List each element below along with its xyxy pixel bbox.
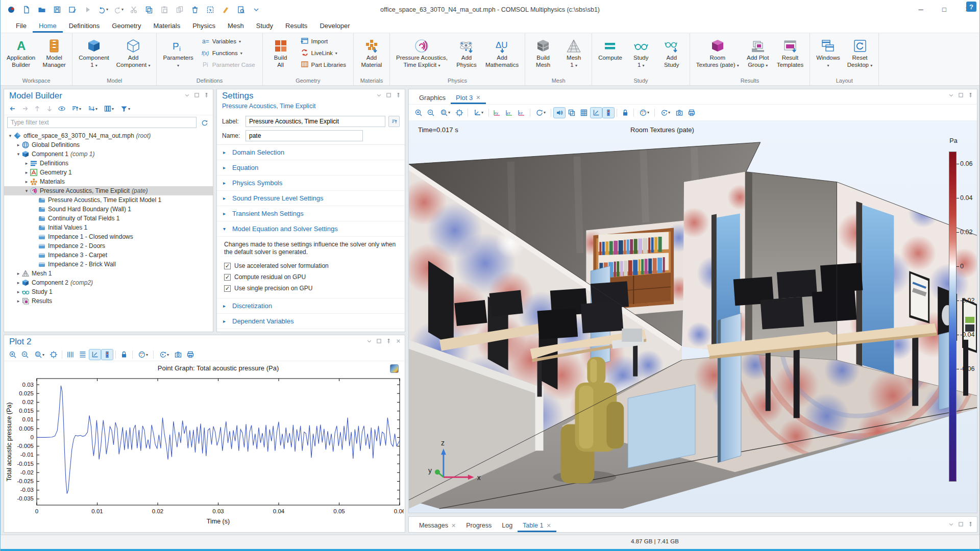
select-box-icon[interactable]: [204, 3, 217, 16]
tree-item-component-1[interactable]: ▾Component 1(comp 1): [4, 149, 213, 159]
chevron-right-icon[interactable]: ▸: [15, 271, 21, 276]
nav-back-button[interactable]: [7, 104, 18, 114]
tree-item-materials[interactable]: ▸Materials: [4, 177, 213, 186]
pin-icon[interactable]: [203, 92, 210, 100]
section-domain-selection[interactable]: ▸Domain Selection: [217, 145, 405, 160]
spin-button[interactable]: ▾: [156, 349, 172, 360]
chevron-right-icon[interactable]: ▸: [23, 161, 30, 166]
caret-down-icon[interactable]: [948, 521, 954, 529]
undo-icon[interactable]: ▾: [96, 3, 110, 16]
tab-progress[interactable]: Progress: [461, 519, 497, 532]
view-xy-button[interactable]: xy: [492, 108, 503, 118]
zoom-in-button[interactable]: [7, 349, 18, 360]
chevron-down-icon[interactable]: ▾: [7, 133, 13, 138]
tree-item-impedance-1-closed-windows[interactable]: Impedance 1 - Closed windows: [4, 232, 213, 241]
tree-item-impedance-2-doors[interactable]: Impedance 2 - Doors: [4, 241, 213, 251]
palette-button[interactable]: ▾: [636, 108, 652, 118]
lock-button[interactable]: [620, 108, 631, 118]
lock-button[interactable]: [118, 349, 130, 360]
grid-button[interactable]: [578, 108, 590, 118]
tree-item-impedance-3-carpet[interactable]: Impedance 3 - Carpet: [4, 251, 213, 260]
tab-table-1[interactable]: Table 1✕: [518, 519, 556, 532]
float-icon[interactable]: [376, 338, 382, 346]
search-doc-icon[interactable]: [234, 3, 248, 16]
section-discretization[interactable]: ▸Discretization: [217, 298, 405, 314]
tree-item-pressure-acoustics-time-explicit-model-1[interactable]: DPressure Acoustics, Time Explicit Model…: [4, 195, 213, 205]
menu-mesh[interactable]: Mesh: [222, 20, 250, 33]
menu-home[interactable]: Home: [33, 20, 63, 33]
rotate-button[interactable]: ▾: [533, 108, 548, 118]
minimize-button[interactable]: ─: [909, 0, 933, 19]
menu-file[interactable]: File: [10, 20, 33, 33]
tree-item-office-space-63-30t0-n4-ma-out-mph[interactable]: ▾office_space_63_30T0_N4_ma_out.mph(root…: [4, 131, 213, 140]
sort-desc-button[interactable]: ▾: [85, 104, 100, 114]
checkbox-use-accelerated-solver-formulation[interactable]: ✓Use accelerated solver formulation: [224, 260, 398, 271]
axes-toggle-button[interactable]: [591, 108, 602, 118]
float-icon[interactable]: [958, 92, 964, 100]
zoom-in-button[interactable]: [413, 108, 424, 118]
menu-results[interactable]: Results: [279, 20, 313, 33]
checkbox-compute-residual-on-gpu[interactable]: ✓Compute residual on GPU: [224, 271, 398, 283]
checkbox-icon[interactable]: ✓: [224, 263, 231, 269]
checkbox-icon[interactable]: ✓: [224, 274, 231, 281]
zoom-out-button[interactable]: [19, 349, 31, 360]
tree-item-impedance-2-brick-wall[interactable]: Impedance 2 - Brick Wall: [4, 260, 213, 269]
tree-item-component-2[interactable]: ▸Component 2(comp2): [4, 278, 213, 287]
grid-h-button[interactable]: [77, 349, 88, 360]
extents-button[interactable]: [454, 108, 465, 118]
cut-icon[interactable]: [127, 3, 140, 16]
ribbon-button-study-1[interactable]: Study1 ▾: [626, 35, 656, 77]
checkbox-icon[interactable]: ✓: [224, 285, 231, 292]
tree-item-initial-values-1[interactable]: DInitial Values 1: [4, 223, 213, 232]
tree-item-sound-hard-boundary-wall-1[interactable]: DSound Hard Boundary (Wall) 1: [4, 205, 213, 214]
rename-button[interactable]: [388, 116, 400, 127]
arrow-up-button[interactable]: [32, 104, 43, 114]
ribbon-button-mesh-1[interactable]: Mesh1 ▾: [559, 35, 589, 77]
tab-log[interactable]: Log: [497, 519, 518, 532]
chevron-right-icon[interactable]: ▸: [15, 142, 21, 147]
save-as-icon[interactable]: [66, 3, 79, 16]
ribbon-button-application-builder[interactable]: AApplicationBuilder: [4, 35, 38, 77]
spin-button[interactable]: ▾: [657, 108, 673, 118]
chevron-right-icon[interactable]: ▸: [15, 289, 21, 294]
maximize-button[interactable]: □: [933, 0, 956, 19]
close-tab-icon[interactable]: ✕: [546, 522, 551, 529]
graphics-canvas[interactable]: z x y Time=0.017 s Room Textures (pate) …: [409, 121, 977, 513]
transparency-button[interactable]: [566, 108, 577, 118]
open-icon[interactable]: [35, 3, 48, 16]
ribbon-button-part-libraries[interactable]: Part Libraries: [299, 60, 348, 70]
zoom-out-button[interactable]: [425, 108, 436, 118]
camera-button[interactable]: [674, 108, 685, 118]
refresh-icon[interactable]: [199, 117, 210, 128]
marker-icon[interactable]: [219, 3, 232, 16]
copy-icon[interactable]: [142, 3, 156, 16]
axes-toggle-button[interactable]: [89, 349, 101, 360]
ribbon-button-result-templates[interactable]: ResultTemplates: [774, 35, 806, 77]
ribbon-button-windows[interactable]: Windows▾: [813, 35, 843, 77]
view-xz-button[interactable]: xz: [516, 108, 527, 118]
ribbon-button-compute[interactable]: Compute: [595, 35, 625, 77]
palette-button[interactable]: ▾: [135, 349, 151, 360]
tab-plot-3[interactable]: Plot 3✕: [451, 91, 485, 104]
play-icon[interactable]: [81, 3, 94, 16]
tree-item-continuity-of-total-fields-1[interactable]: DContinuity of Total Fields 1: [4, 214, 213, 223]
chevron-down-icon[interactable]: ▾: [23, 188, 30, 193]
pin-icon[interactable]: [967, 92, 974, 100]
ribbon-button-add-physics[interactable]: AddPhysics: [452, 35, 481, 77]
zoom-box-button[interactable]: ▾: [32, 349, 47, 360]
arrow-down-button[interactable]: [44, 104, 55, 114]
speaker-button[interactable]: [554, 108, 565, 118]
ribbon-button-variables[interactable]: a=Variables▾: [200, 36, 257, 46]
redo-icon[interactable]: ▾: [112, 3, 125, 16]
ribbon-button-import[interactable]: Import: [299, 36, 348, 46]
tree-item-global-definitions[interactable]: ▸Global Definitions: [4, 140, 213, 149]
funnel-button[interactable]: ▾: [117, 104, 133, 114]
tree-filter-input[interactable]: [7, 117, 197, 128]
ribbon-button-parameters[interactable]: PiParameters▾: [160, 35, 196, 77]
ribbon-button-reset-desktop[interactable]: ResetDesktop ▾: [844, 35, 875, 77]
ribbon-button-add-material[interactable]: AddMaterial: [357, 35, 386, 77]
float-icon[interactable]: [193, 92, 200, 100]
caret-down-icon[interactable]: [366, 338, 373, 346]
print-button[interactable]: [686, 108, 697, 118]
close-tab-icon[interactable]: ✕: [451, 522, 456, 529]
